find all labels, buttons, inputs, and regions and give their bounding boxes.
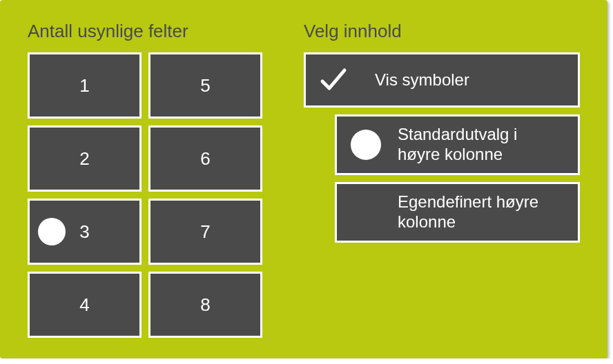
number-button-6[interactable]: 6	[148, 125, 262, 192]
number-button-3[interactable]: 3	[28, 199, 142, 265]
invisible-fields-section: Antall usynlige felter 1 5 2 6 3 7 4	[28, 21, 262, 338]
invisible-fields-title: Antall usynlige felter	[28, 21, 262, 42]
number-label: 1	[79, 75, 89, 97]
number-label: 7	[200, 221, 210, 243]
number-button-4[interactable]: 4	[28, 272, 142, 338]
show-symbols-toggle[interactable]: Vis symboler	[304, 52, 580, 108]
number-label: 8	[200, 294, 210, 316]
radio-unselected-icon	[351, 197, 381, 228]
number-label: 2	[79, 148, 89, 170]
number-button-2[interactable]: 2	[28, 125, 142, 192]
number-button-8[interactable]: 8	[148, 272, 262, 338]
number-button-1[interactable]: 1	[28, 52, 142, 119]
content-selection-section: Velg innhold Vis symboler Standardutvalg…	[304, 21, 580, 338]
number-label: 6	[200, 148, 210, 170]
custom-selection-radio[interactable]: Egendefinert høyre kolonne	[335, 182, 580, 243]
radio-selected-icon	[351, 130, 381, 160]
content-selection-title: Velg innhold	[304, 21, 580, 42]
number-label: 3	[79, 221, 89, 243]
number-button-7[interactable]: 7	[148, 199, 262, 265]
standard-selection-label: Standardutvalg i høyre kolonne	[398, 125, 564, 165]
number-label: 4	[79, 294, 89, 316]
number-label: 5	[200, 75, 210, 97]
content-buttons: Vis symboler Standardutvalg i høyre kolo…	[304, 52, 580, 243]
settings-panel: Antall usynlige felter 1 5 2 6 3 7 4	[0, 0, 607, 358]
number-button-5[interactable]: 5	[148, 52, 262, 119]
selected-indicator-icon	[38, 218, 66, 245]
show-symbols-label: Vis symboler	[375, 70, 469, 90]
number-grid: 1 5 2 6 3 7 4 8	[28, 52, 262, 338]
custom-selection-label: Egendefinert høyre kolonne	[398, 192, 564, 232]
checkmark-icon	[320, 66, 347, 94]
standard-selection-radio[interactable]: Standardutvalg i høyre kolonne	[335, 114, 580, 175]
